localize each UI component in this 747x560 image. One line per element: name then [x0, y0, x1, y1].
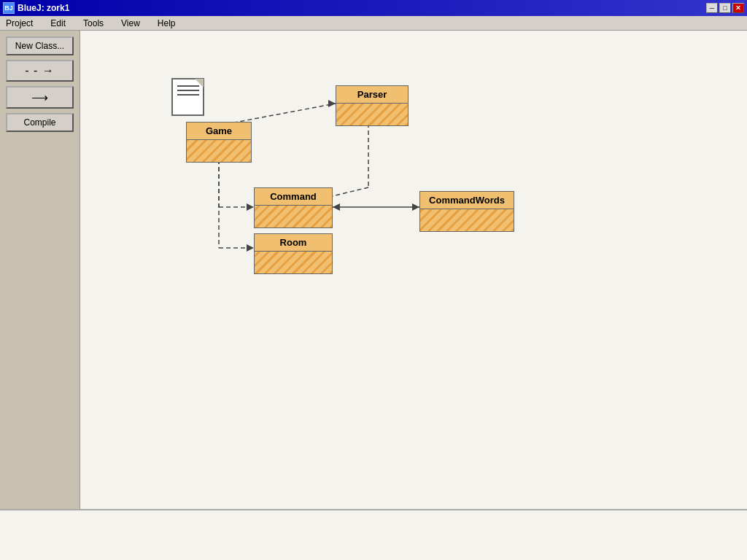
note-line-3	[177, 94, 199, 96]
menu-edit[interactable]: Edit	[47, 17, 69, 30]
svg-marker-9	[247, 244, 254, 252]
class-parser-name: Parser	[336, 86, 408, 104]
note-line-1	[177, 85, 199, 87]
class-commandwords-name: CommandWords	[420, 192, 514, 209]
svg-marker-11	[333, 203, 340, 211]
class-game-name: Game	[187, 122, 251, 140]
app-icon: BJ	[3, 2, 15, 14]
class-command[interactable]: Command	[254, 187, 333, 228]
title-bar: BJ BlueJ: zork1 ─ □ ✕	[0, 0, 747, 16]
menu-project[interactable]: Project	[3, 17, 36, 30]
svg-marker-1	[328, 100, 336, 107]
class-room-name: Room	[255, 234, 332, 252]
menu-help[interactable]: Help	[155, 17, 179, 30]
restore-button[interactable]: □	[719, 3, 731, 13]
window-controls: ─ □ ✕	[706, 3, 744, 13]
class-game[interactable]: Game	[186, 122, 252, 163]
main-layout: New Class... - - → ⟶ Compile	[0, 31, 747, 509]
class-game-body	[187, 140, 251, 162]
window-title: BlueJ: zork1	[18, 3, 69, 13]
class-command-body	[255, 206, 332, 228]
note-line-2	[177, 90, 199, 91]
class-commandwords-body	[420, 209, 514, 231]
menu-tools[interactable]: Tools	[80, 17, 107, 30]
new-class-button[interactable]: New Class...	[6, 36, 74, 55]
class-room[interactable]: Room	[254, 233, 333, 274]
class-parser-body	[336, 104, 408, 125]
canvas-area[interactable]: Parser Game Command CommandWords Room	[80, 31, 747, 509]
class-parser[interactable]: Parser	[336, 85, 409, 126]
minimize-button[interactable]: ─	[706, 3, 718, 13]
sidebar: New Class... - - → ⟶ Compile	[0, 31, 80, 509]
menu-bar: Project Edit Tools View Help	[0, 16, 747, 31]
menu-view[interactable]: View	[118, 17, 143, 30]
output-area	[0, 509, 747, 560]
svg-marker-6	[247, 203, 254, 211]
class-commandwords[interactable]: CommandWords	[419, 191, 514, 232]
dashed-arrow-button[interactable]: - - →	[6, 60, 74, 82]
class-command-name: Command	[255, 188, 332, 206]
compile-button[interactable]: Compile	[6, 113, 74, 132]
svg-marker-12	[412, 203, 419, 211]
close-button[interactable]: ✕	[732, 3, 744, 13]
solid-arrow-button[interactable]: ⟶	[6, 86, 74, 109]
note-icon[interactable]	[171, 78, 204, 116]
class-room-body	[255, 252, 332, 273]
